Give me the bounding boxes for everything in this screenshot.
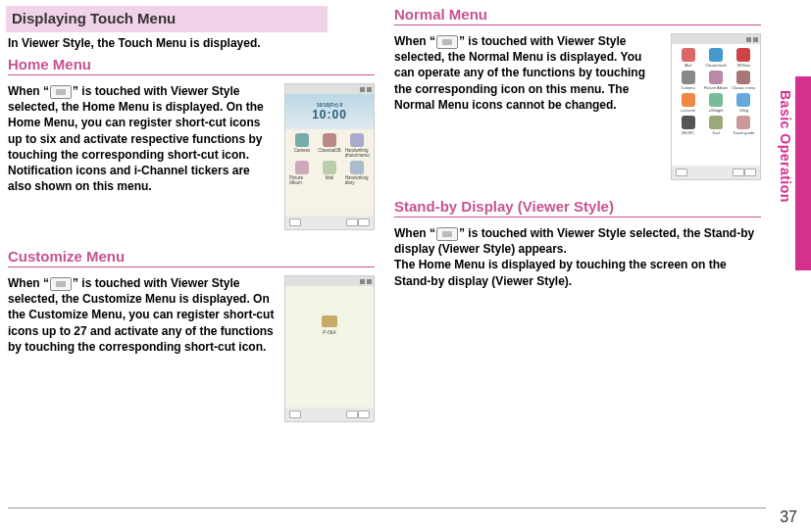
- standby-text-pre: When “: [394, 226, 435, 240]
- button-bar: [285, 216, 374, 229]
- customize-menu-heading: Customize Menu: [8, 248, 375, 267]
- customize-text-pre: When “: [8, 276, 49, 290]
- customize-menu-screenshot: P-06A: [284, 275, 375, 422]
- side-section-label: Basic Operation: [778, 90, 793, 203]
- time-label: 10:00: [312, 108, 347, 121]
- displaying-touch-menu-banner: Displaying Touch Menu: [6, 6, 328, 32]
- left-column: Displaying Touch Menu In Viewer Style, t…: [8, 6, 375, 528]
- button-bar: [285, 408, 374, 421]
- standby-text: When “” is touched with Viewer Style sel…: [394, 225, 761, 289]
- normal-icon-pane: Mail Classic/web IR/Data Camera Picture …: [672, 44, 760, 166]
- normal-text-pre: When “: [394, 34, 435, 48]
- home-menu-screenshot: 10/10(Fri) 0 10:00 Camera ClassiceDB Han…: [284, 83, 375, 230]
- home-text-post: ” is touched with Viewer Style selected,…: [8, 84, 264, 193]
- status-bar: [285, 276, 374, 286]
- side-tab: [795, 76, 811, 270]
- home-menu-section: When “” is touched with Viewer Style sel…: [8, 83, 375, 230]
- home-touch-icon: [50, 85, 72, 99]
- page-number: 37: [780, 508, 797, 526]
- folder-icon: [322, 315, 337, 327]
- home-icon-pane: Camera ClassiceDB Handwriting photo/memo…: [285, 129, 374, 216]
- standby-text-line2: The Home Menu is displayed by touching t…: [394, 258, 727, 287]
- standby-heading: Stand-by Display (Viewer Style): [394, 198, 761, 218]
- home-menu-heading: Home Menu: [8, 56, 375, 75]
- folder-label: P-06A: [323, 329, 336, 335]
- customize-menu-text: When “” is touched with Viewer Style sel…: [8, 275, 277, 422]
- button-bar: [672, 166, 760, 179]
- normal-touch-icon: [436, 35, 458, 49]
- wallpaper: 10/10(Fri) 0 10:00: [285, 94, 374, 129]
- home-text-pre: When “: [8, 84, 49, 98]
- normal-menu-section: When “” is touched with Viewer Style sel…: [394, 33, 761, 180]
- home-menu-text: When “” is touched with Viewer Style sel…: [8, 83, 277, 230]
- customize-touch-icon: [50, 277, 72, 291]
- standby-touch-icon: [436, 227, 458, 241]
- status-bar: [285, 84, 374, 94]
- page-rule: [8, 508, 766, 508]
- page-content: Displaying Touch Menu In Viewer Style, t…: [0, 0, 765, 532]
- normal-menu-heading: Normal Menu: [394, 6, 761, 25]
- right-column: Normal Menu When “” is touched with View…: [394, 6, 761, 528]
- normal-menu-text: When “” is touched with Viewer Style sel…: [394, 33, 663, 180]
- customize-menu-section: When “” is touched with Viewer Style sel…: [8, 275, 375, 422]
- status-bar: [672, 34, 760, 44]
- customize-pane: P-06A: [285, 286, 374, 408]
- intro-text: In Viewer Style, the Touch Menu is displ…: [8, 36, 375, 50]
- normal-menu-screenshot: Mail Classic/web IR/Data Camera Picture …: [671, 33, 761, 180]
